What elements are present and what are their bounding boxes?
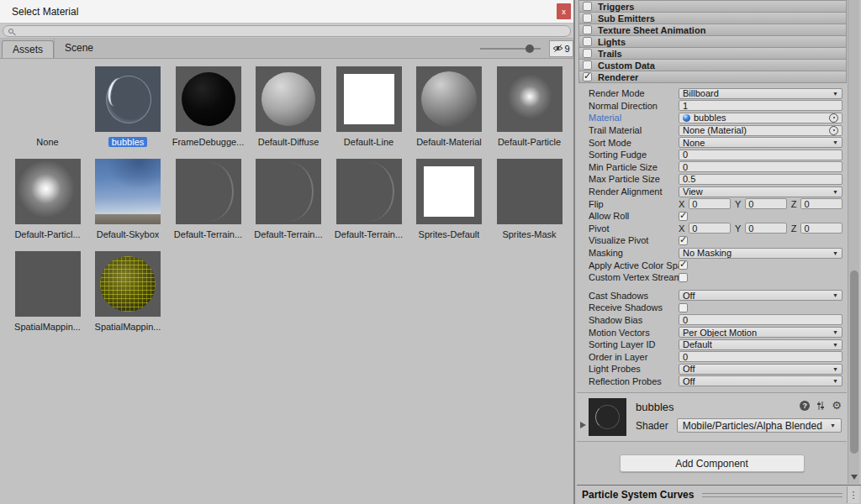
search-icon (8, 29, 13, 34)
prop-row-apply-active-color-space: Apply Active Color Spac (589, 259, 843, 271)
apply-active-color-space-checkbox[interactable] (679, 260, 688, 270)
masking-dropdown[interactable]: No Masking ▼ (679, 248, 843, 259)
search-text-field[interactable] (17, 26, 565, 36)
inspector-scrollbar[interactable] (848, 0, 859, 484)
material-label: Default-Terrain... (254, 229, 322, 241)
material-thumbnail (95, 66, 161, 132)
material-label: SpatialMappin... (14, 322, 81, 333)
visualize-pivot-checkbox[interactable] (679, 236, 688, 245)
pivot-z-field[interactable]: 0 (800, 223, 843, 234)
material-item[interactable]: Default-Terrain... (249, 159, 329, 241)
prop-row-flip: Flip X 0 Y 0 Z 0 (589, 197, 843, 210)
tab-assets[interactable]: Assets (2, 40, 54, 58)
light-probes-dropdown[interactable]: Off ▼ (679, 364, 843, 375)
axis-z-label: Z (791, 223, 797, 234)
module-header-custom-data[interactable]: Custom Data (578, 59, 847, 71)
material-item[interactable]: Sprites-Mask (489, 159, 569, 241)
prop-row-custom-vertex-streams: Custom Vertex Streams (589, 271, 843, 284)
pivot-y-field[interactable]: 0 (745, 223, 787, 234)
flip-x-field[interactable]: 0 (689, 198, 731, 209)
module-checkbox[interactable] (583, 13, 592, 23)
min-particle-size-field[interactable]: 0 (679, 161, 843, 172)
max-particle-size-field[interactable]: 0.5 (679, 174, 843, 185)
material-asset-name: bubbles (636, 401, 674, 413)
shader-dropdown[interactable]: Mobile/Particles/Alpha Blended ▼ (677, 418, 842, 433)
material-item[interactable]: None (8, 66, 87, 149)
module-checkbox[interactable] (583, 2, 592, 11)
material-item[interactable]: bubbles (88, 66, 168, 149)
prop-row-shadow-bias: Shadow Bias 0 (589, 314, 843, 327)
motion-vectors-dropdown[interactable]: Per Object Motion ▼ (679, 327, 843, 338)
module-header-triggers[interactable]: Triggers (578, 0, 847, 13)
material-asset-header[interactable]: bubbles ? ⚙ Shader Mobile/Particles/Alph… (577, 393, 847, 442)
material-item[interactable]: FrameDebugge... (168, 66, 248, 149)
trail-material-object-field[interactable]: None (Material) (679, 125, 843, 136)
reflection-probes-dropdown[interactable]: Off ▼ (679, 375, 843, 386)
help-icon[interactable]: ? (800, 401, 810, 411)
search-input[interactable] (3, 25, 571, 37)
normal-direction-field[interactable]: 1 (679, 100, 843, 111)
custom-vertex-streams-checkbox[interactable] (679, 273, 688, 282)
eye-slash-icon (552, 44, 563, 53)
material-item[interactable]: Default-Terrain... (329, 159, 409, 241)
thumbnail-size-slider[interactable] (480, 48, 541, 50)
axis-x-label: X (679, 223, 684, 234)
receive-shadows-checkbox[interactable] (679, 303, 688, 312)
slider-knob[interactable] (526, 45, 534, 53)
material-item[interactable]: SpatialMappin... (88, 251, 168, 333)
material-item[interactable]: Default-Particle (489, 66, 569, 149)
material-item[interactable]: SpatialMappin... (8, 251, 87, 333)
material-thumbnail (497, 159, 563, 224)
module-header-sub-emitters[interactable]: Sub Emitters (578, 12, 847, 24)
material-object-field[interactable]: bubbles (679, 113, 843, 123)
sort-mode-dropdown[interactable]: None ▼ (679, 137, 843, 148)
module-header-texture-sheet-animation[interactable]: Texture Sheet Animation (578, 24, 847, 36)
module-header-trails[interactable]: Trails (578, 47, 847, 60)
material-item[interactable]: Default-Particl... (8, 159, 87, 241)
sorting-layer-id-dropdown[interactable]: Default ▼ (679, 339, 843, 350)
particle-system-curves-bar[interactable]: Particle System Curves ⋮ (577, 485, 861, 504)
gear-icon[interactable]: ⚙ (832, 400, 842, 411)
order-in-layer-field[interactable]: 0 (679, 351, 843, 362)
module-checkbox[interactable] (583, 72, 592, 81)
material-thumbnail (15, 251, 81, 317)
flip-z-field[interactable]: 0 (800, 198, 843, 209)
material-label: Default-Particle (498, 137, 561, 149)
prop-row-reflection-probes: Reflection Probes Off ▼ (589, 375, 843, 388)
flip-y-field[interactable]: 0 (745, 198, 787, 209)
module-checkbox[interactable] (583, 60, 592, 70)
render-alignment-dropdown[interactable]: View ▼ (679, 186, 843, 197)
hidden-count-toggle[interactable]: 9 (549, 40, 573, 57)
sorting-fudge-field[interactable]: 0 (679, 150, 843, 160)
material-item[interactable]: Default-Terrain... (168, 159, 248, 241)
tab-scene[interactable]: Scene (54, 38, 103, 58)
material-item[interactable]: Default-Diffuse (249, 66, 329, 149)
material-item[interactable]: Sprites-Default (409, 159, 489, 241)
module-header-lights[interactable]: Lights (578, 35, 847, 48)
material-label: Default-Terrain... (335, 229, 403, 241)
pivot-x-field[interactable]: 0 (689, 223, 731, 234)
module-header-renderer[interactable]: Renderer (578, 71, 847, 83)
module-checkbox[interactable] (583, 37, 592, 46)
material-item[interactable]: Default-Skybox (88, 159, 168, 241)
curves-menu-icon[interactable]: ⋮ (847, 486, 859, 503)
scroll-down-arrow-icon[interactable] (851, 475, 858, 480)
shader-row: Shader Mobile/Particles/Alpha Blended ▼ (636, 418, 842, 433)
object-picker-icon[interactable] (829, 126, 838, 135)
object-picker-icon[interactable] (829, 113, 838, 123)
cast-shadows-dropdown[interactable]: Off ▼ (679, 290, 843, 301)
close-button[interactable]: x (557, 3, 571, 19)
module-checkbox[interactable] (583, 49, 592, 58)
allow-roll-checkbox[interactable] (679, 212, 688, 221)
shadow-bias-field[interactable]: 0 (679, 314, 843, 325)
render-mode-dropdown[interactable]: Billboard ▼ (679, 88, 843, 99)
preset-icon[interactable] (816, 401, 826, 411)
drag-handle[interactable] (702, 493, 843, 497)
material-item[interactable]: Default-Line (329, 66, 409, 149)
module-checkbox[interactable] (583, 25, 592, 34)
foldout-arrow-icon[interactable] (580, 422, 586, 428)
chevron-down-icon: ▼ (830, 189, 838, 195)
material-item[interactable]: Default-Material (409, 66, 489, 149)
add-component-button[interactable]: Add Component (620, 454, 805, 472)
scrollbar-thumb[interactable] (850, 270, 858, 454)
